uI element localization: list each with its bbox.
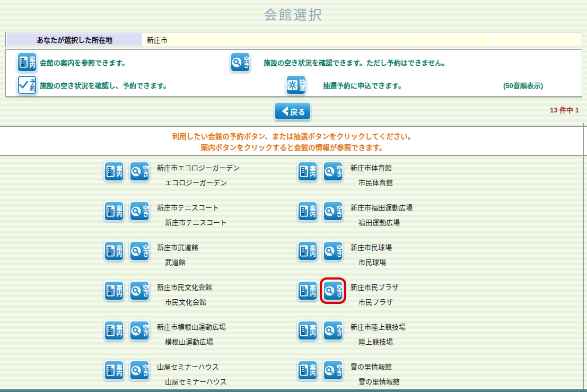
sort-order-note: (50音順表示) bbox=[503, 80, 543, 90]
annai-button[interactable]: 案内 bbox=[297, 360, 318, 381]
facility-item: 案内 空き 新庄市民球場 市民球場 bbox=[293, 240, 583, 280]
magnifier-icon bbox=[325, 326, 335, 336]
facility-item: 案内 空き 新庄市福田運動広場 福田運動広場 bbox=[293, 201, 583, 240]
facility-subname: 市民球場 bbox=[358, 257, 392, 267]
aki-button[interactable]: 空き bbox=[129, 161, 150, 182]
magnifier-icon bbox=[131, 246, 141, 256]
legend-aki-text: 施設の空き状況を確認できます。ただし予約はできません。 bbox=[264, 57, 449, 67]
back-arrow-icon bbox=[281, 105, 288, 117]
building-icon bbox=[107, 165, 115, 178]
annai-button[interactable]: 案内 bbox=[103, 320, 125, 341]
facility-subname: 市民文化会館 bbox=[165, 297, 212, 307]
building-icon bbox=[300, 205, 308, 217]
facility-subname: 新庄市テニスコート bbox=[165, 217, 227, 227]
content-right-border bbox=[583, 123, 584, 392]
building-icon bbox=[107, 364, 115, 377]
annai-button[interactable]: 案内 bbox=[297, 240, 318, 262]
building-icon bbox=[20, 56, 28, 68]
annai-guide-icon: 案内 bbox=[16, 51, 38, 73]
annai-button[interactable]: 案内 bbox=[103, 280, 125, 301]
aki-button[interactable]: 空き bbox=[322, 280, 344, 301]
aki-button[interactable]: 空き bbox=[129, 280, 150, 301]
magnifier-icon bbox=[325, 286, 335, 296]
facility-name: 新庄市横根山運動広場 bbox=[157, 321, 226, 332]
magnifier-icon bbox=[325, 246, 335, 256]
aki-button[interactable]: 空き bbox=[129, 360, 150, 381]
aki-button[interactable]: 空き bbox=[322, 360, 344, 381]
bottom-bar bbox=[0, 389, 587, 392]
magnifier-icon bbox=[325, 365, 335, 376]
facility-subname: 横根山運動広場 bbox=[165, 336, 226, 346]
magnifier-icon bbox=[232, 57, 242, 67]
legend-chusen-text: 抽選予約に申込できます。 bbox=[323, 80, 405, 90]
chusen-lottery-icon: 抽選 bbox=[285, 74, 306, 95]
facility-list: 案内 空き 新庄市エコロジーガーデン エコロジーガーデン 案内 bbox=[0, 161, 583, 392]
aki-button[interactable]: 空き bbox=[129, 320, 150, 341]
location-label: あなたが選択した所在地 bbox=[7, 33, 142, 46]
location-empty-cell bbox=[407, 33, 493, 46]
back-button[interactable]: 戻る bbox=[274, 102, 311, 120]
facility-subname: 山屋セミナーハウス bbox=[165, 376, 227, 386]
facility-item: 案内 空き 雪の里情報館 雪の里情報館 bbox=[293, 360, 583, 392]
aki-availability-icon: 空き bbox=[230, 51, 251, 73]
facility-item: 案内 空き 新庄市テニスコート 新庄市テニスコート bbox=[0, 201, 293, 240]
legend-yoyaku-text: 施設の空き状況を確認し、予約できます。 bbox=[40, 80, 170, 90]
legend-annai-text: 会館の案内を参照できます。 bbox=[40, 57, 129, 67]
facility-item: 案内 空き 新庄市横根山運動広場 横根山運動広場 bbox=[0, 320, 293, 360]
annai-button[interactable]: 案内 bbox=[297, 320, 318, 341]
facility-item: 案内 空き 新庄市武道館 武道館 bbox=[0, 240, 293, 280]
aki-button[interactable]: 空き bbox=[322, 161, 344, 182]
annai-button[interactable]: 案内 bbox=[297, 161, 318, 182]
facility-name: 新庄市民プラザ bbox=[351, 282, 399, 292]
page-title: 会館選択 bbox=[0, 4, 587, 23]
building-icon bbox=[300, 165, 308, 178]
location-empty-cell bbox=[495, 33, 581, 46]
facility-subname: 陸上競技場 bbox=[358, 336, 406, 346]
aki-button[interactable]: 空き bbox=[322, 240, 344, 262]
facility-name: 雪の里情報館 bbox=[351, 361, 400, 371]
facility-subname: 市民体育館 bbox=[358, 177, 393, 187]
building-icon bbox=[107, 324, 115, 337]
facility-name: 新庄市エコロジーガーデン bbox=[157, 162, 240, 172]
facility-name: 新庄市民文化会館 bbox=[157, 282, 212, 292]
building-icon bbox=[300, 284, 308, 297]
facility-name: 新庄市陸上競技場 bbox=[351, 321, 406, 332]
location-value: 新庄市 bbox=[144, 33, 230, 46]
aki-button[interactable]: 空き bbox=[129, 201, 150, 222]
aki-button[interactable]: 空き bbox=[322, 320, 344, 341]
facility-item: 案内 空き 新庄市体育館 市民体育館 bbox=[293, 161, 583, 201]
location-empty-cell bbox=[319, 33, 405, 46]
facility-item: 案内 空き 新庄市エコロジーガーデン エコロジーガーデン bbox=[0, 161, 293, 201]
legend-box: 案内 会館の案内を参照できます。 空き 施設の空き状況を確認できます。ただし予約… bbox=[5, 49, 582, 97]
instruction-line-1: 利用したい会館の予約ボタン、または抽選ボタンをクリックしてください。 bbox=[0, 131, 587, 142]
instruction-box: 利用したい会館の予約ボタン、または抽選ボタンをクリックしてください。 案内ボタン… bbox=[0, 126, 587, 156]
annai-button[interactable]: 案内 bbox=[103, 240, 125, 262]
building-icon bbox=[107, 205, 115, 217]
magnifier-icon bbox=[131, 365, 141, 376]
magnifier-icon bbox=[131, 286, 141, 296]
aki-button[interactable]: 空き bbox=[129, 240, 150, 262]
magnifier-icon bbox=[325, 206, 335, 216]
annai-button[interactable]: 案内 bbox=[103, 360, 125, 381]
facility-item: 案内 空き 新庄市民プラザ 市民プラザ bbox=[293, 280, 583, 320]
magnifier-icon bbox=[131, 206, 141, 216]
aki-button[interactable]: 空き bbox=[322, 201, 344, 222]
annai-button[interactable]: 案内 bbox=[297, 201, 318, 222]
facility-subname: 雪の里情報館 bbox=[358, 376, 400, 386]
facility-item: 案内 空き 新庄市民文化会館 市民文化会館 bbox=[0, 280, 293, 320]
magnifier-icon bbox=[131, 326, 141, 336]
location-table: あなたが選択した所在地 新庄市 bbox=[5, 32, 582, 47]
facility-name: 新庄市福田運動広場 bbox=[351, 202, 413, 212]
location-empty-cell bbox=[231, 33, 317, 46]
annai-button[interactable]: 案内 bbox=[103, 201, 125, 222]
facility-name: 新庄市体育館 bbox=[351, 162, 393, 172]
building-icon bbox=[107, 284, 115, 297]
building-icon bbox=[300, 324, 308, 337]
building-icon bbox=[107, 245, 115, 257]
annai-button[interactable]: 案内 bbox=[103, 161, 125, 182]
facility-subname: 福田運動広場 bbox=[358, 217, 413, 227]
magnifier-icon bbox=[131, 167, 141, 177]
building-icon bbox=[300, 364, 308, 377]
annai-button[interactable]: 案内 bbox=[297, 280, 318, 301]
result-count: 13 件中 1 bbox=[550, 104, 579, 115]
